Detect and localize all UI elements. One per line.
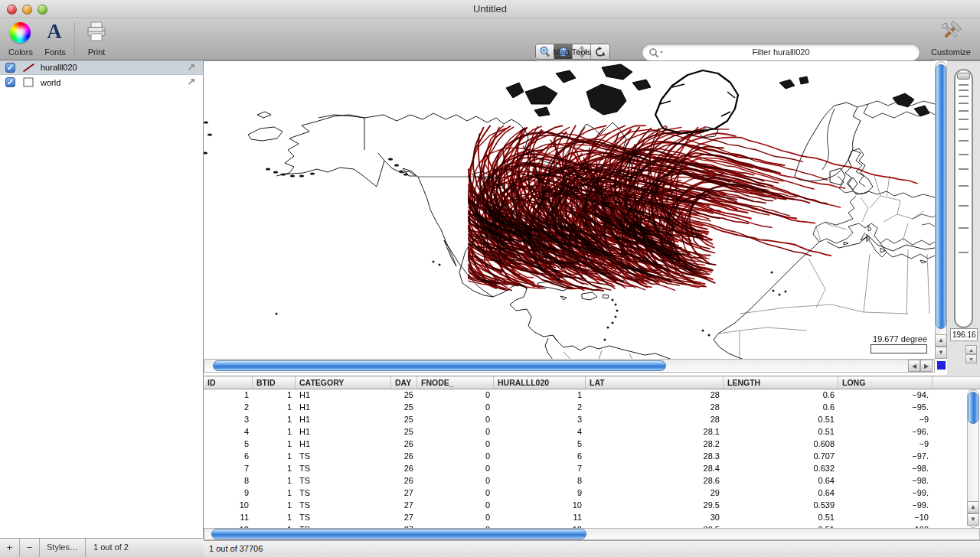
customize-icon[interactable]: [938, 21, 964, 44]
table-cell: 0.51: [724, 512, 838, 524]
zoom-slider-tick: [959, 129, 969, 130]
styles-button[interactable]: Styles…: [40, 539, 86, 557]
island: [616, 310, 619, 312]
island: [204, 151, 207, 154]
island: [615, 304, 617, 306]
hurricane-tracks: [469, 125, 917, 291]
table-row[interactable]: 51H1260528.20.608−9: [204, 438, 980, 451]
table-cell: TS: [296, 500, 391, 512]
table-row[interactable]: 21H12502280.6−95.: [204, 402, 980, 414]
table-cell: 0: [417, 426, 494, 438]
table-row[interactable]: 61TS260628.30.707−97.: [204, 451, 980, 463]
island: [310, 172, 315, 174]
table-row[interactable]: 81TS260828.60.64−98.: [204, 475, 980, 487]
table-vscroll-thumb[interactable]: [968, 392, 978, 424]
column-header-btid[interactable]: BTID: [253, 376, 296, 389]
zoom-value-field[interactable]: 196.16: [950, 328, 978, 341]
table-cell: −94.: [838, 389, 933, 402]
colors-button-label[interactable]: Colors: [3, 47, 38, 57]
remove-layer-button[interactable]: −: [20, 539, 40, 557]
table-cell: 0.51: [724, 414, 838, 426]
table-row[interactable]: 91TS2709290.64−99.: [204, 487, 980, 500]
island: [433, 261, 435, 263]
world-coastline: [276, 115, 418, 187]
table-cell: 28: [586, 414, 724, 426]
map-zoom-slider[interactable]: [954, 69, 973, 328]
fonts-icon[interactable]: A: [43, 20, 66, 44]
layer-name: huralll020: [41, 63, 77, 72]
print-button-label[interactable]: Print: [79, 47, 114, 57]
island: [299, 174, 304, 177]
column-header-huralll020[interactable]: HURALLL020: [494, 376, 586, 389]
column-header-lat[interactable]: LAT: [586, 376, 724, 389]
add-layer-button[interactable]: +: [0, 539, 20, 557]
table-cell: 29.5: [586, 500, 724, 512]
zoom-to-layer-icon[interactable]: ↗: [186, 77, 197, 87]
table-hscroll-thumb[interactable]: [211, 529, 586, 539]
island: [771, 272, 773, 274]
table-row[interactable]: 11H12501280.6−94.: [204, 389, 980, 402]
table-cell: TS: [296, 475, 391, 487]
table-cell: 0.6: [724, 402, 838, 414]
table-row[interactable]: 41H1250428.10.51−96.: [204, 426, 980, 438]
layer-row-huralll020[interactable]: ✓ huralll020 ↗: [0, 60, 203, 75]
world-coastline: [545, 335, 672, 359]
column-header-day[interactable]: DAY: [391, 376, 417, 389]
attribute-table: IDBTIDCATEGORYDAYFNODE_HURALLL020LATLENG…: [204, 376, 980, 528]
table-cell: 25: [391, 414, 417, 426]
map-scroll-down-button[interactable]: ▼: [935, 347, 947, 359]
world-coastline: [248, 112, 283, 141]
map-canvas[interactable]: 19.677 degree: [204, 60, 935, 359]
table-cell: −97.: [838, 451, 933, 463]
zoom-slider-tick: [959, 140, 969, 142]
colors-wheel-icon[interactable]: [10, 22, 31, 43]
table-cell: 0.64: [724, 475, 838, 487]
world-coastline: [506, 64, 651, 116]
fonts-button-label[interactable]: Fonts: [41, 47, 69, 57]
table-scroll-up-button[interactable]: ▲: [967, 501, 979, 513]
table-row[interactable]: 111TS27011300.51−10: [204, 512, 980, 524]
zoom-to-layer-icon[interactable]: ↗: [186, 62, 197, 73]
table-cell: −96.: [838, 426, 933, 438]
table-cell: H1: [296, 426, 391, 438]
table-cell: 0.608: [724, 438, 838, 451]
island: [773, 290, 775, 292]
table-scroll-down-button[interactable]: ▼: [967, 513, 979, 526]
island: [290, 174, 295, 177]
column-header-long[interactable]: LONG: [838, 376, 933, 389]
column-header-length[interactable]: LENGTH: [724, 376, 838, 389]
column-header-category[interactable]: CATEGORY: [296, 376, 391, 389]
table-cell: 1: [253, 426, 296, 438]
table-row[interactable]: 31H12503280.51−9: [204, 414, 980, 426]
table-cell: 4: [204, 426, 253, 438]
table-cell: 3: [494, 414, 586, 426]
layer-visibility-checkbox[interactable]: ✓: [5, 77, 15, 87]
print-icon[interactable]: [86, 21, 107, 41]
map-scroll-left-button[interactable]: ◀: [908, 360, 920, 372]
layer-visibility-checkbox[interactable]: ✓: [5, 63, 15, 73]
table-cell: 25: [391, 389, 417, 402]
map-hscroll-thumb[interactable]: [213, 360, 666, 371]
world-coastline: [838, 150, 935, 197]
title-bar: Untitled: [0, 0, 980, 18]
map-scroll-right-button[interactable]: ▶: [920, 360, 933, 372]
app-window: Untitled Colors A Fonts Print: [0, 0, 980, 557]
table-row[interactable]: 101TS2701029.50.539−99.: [204, 500, 980, 512]
table-cell: 1: [253, 389, 296, 402]
layer-row-world[interactable]: ✓ world ↗: [0, 75, 203, 90]
column-header-fnode_[interactable]: FNODE_: [417, 376, 494, 389]
table-cell: 0.632: [724, 463, 838, 475]
table-row[interactable]: 71TS260728.40.632−98.: [204, 463, 980, 475]
table-cell: H1: [296, 402, 391, 414]
zoom-step-down-button[interactable]: ▼: [965, 354, 977, 363]
zoom-slider-thumb[interactable]: [957, 73, 970, 80]
zoom-step-up-button[interactable]: ▲: [965, 345, 977, 354]
map-vscroll-thumb[interactable]: [936, 64, 946, 329]
table-cell: TS: [296, 487, 391, 500]
island: [702, 330, 704, 332]
map-scroll-up-button[interactable]: ▲: [935, 334, 947, 347]
table-cell: −99.: [838, 487, 933, 500]
island: [399, 170, 403, 172]
table-cell: 28.3: [586, 451, 724, 463]
column-header-id[interactable]: ID: [204, 376, 253, 389]
